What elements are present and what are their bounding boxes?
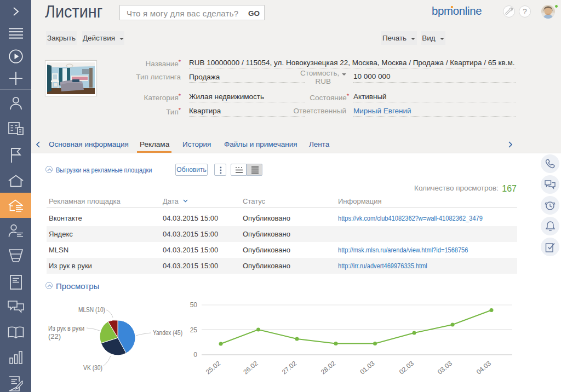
- svg-text:Из рук в руки: Из рук в руки: [48, 324, 84, 332]
- svg-text:26.02: 26.02: [242, 359, 259, 376]
- svg-text:28.02: 28.02: [319, 359, 337, 376]
- svg-text:02.03: 02.03: [398, 359, 415, 376]
- svg-text:03.03: 03.03: [436, 359, 454, 376]
- svg-text:25: 25: [190, 326, 198, 334]
- svg-text:0: 0: [193, 351, 197, 359]
- svg-text:VK (30): VK (30): [83, 364, 102, 372]
- svg-text:01.03: 01.03: [358, 359, 376, 376]
- svg-text:(22): (22): [48, 332, 61, 341]
- svg-text:04.03: 04.03: [475, 359, 493, 376]
- svg-text:27.02: 27.02: [280, 359, 298, 376]
- svg-text:50: 50: [190, 301, 198, 309]
- svg-text:25.02: 25.02: [204, 359, 222, 376]
- svg-text:MLSN (10): MLSN (10): [78, 305, 105, 314]
- svg-text:Yandex (45): Yandex (45): [153, 328, 182, 337]
